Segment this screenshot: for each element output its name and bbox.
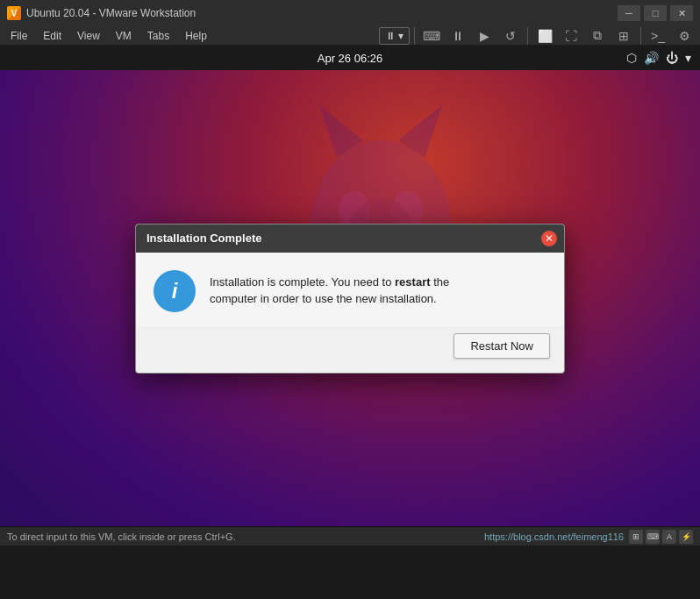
status-bar: To direct input to this VM, click inside… [0, 526, 700, 546]
fit-guest-button[interactable]: ⊞ [611, 25, 636, 47]
dialog-close-icon: ✕ [545, 233, 554, 244]
window-controls: ─ □ ✕ [618, 5, 693, 21]
menu-help[interactable]: Help [178, 28, 214, 44]
network-icon[interactable]: ⬡ [626, 51, 637, 65]
menu-file[interactable]: File [4, 28, 34, 44]
status-link[interactable]: https://blog.csdn.net/feimeng116 [484, 531, 624, 542]
status-icons: ⊞ ⌨ A ⚡ [629, 530, 693, 544]
dialog-close-button[interactable]: ✕ [541, 231, 557, 246]
prefs-button[interactable]: ⚙ [672, 25, 696, 47]
app-icon: V [7, 6, 21, 20]
status-icon-4: ⚡ [679, 530, 693, 544]
restart-now-button[interactable]: Restart Now [454, 333, 550, 359]
toolbar-sep-3 [640, 27, 641, 45]
datetime-display: Apr 26 06:26 [318, 52, 382, 65]
dialog-overlay: Installation Complete ✕ i Installation i… [0, 70, 700, 526]
pause-dropdown-icon: ▾ [398, 30, 404, 42]
dialog-message: Installation is complete. You need to re… [210, 270, 449, 308]
status-icon-3: A [662, 530, 676, 544]
full-screen-button[interactable]: ⛶ [559, 25, 583, 47]
dialog-title: Installation Complete [146, 232, 261, 245]
unity-button[interactable]: ⧉ [585, 25, 610, 47]
send-ctrl-alt-del-button[interactable]: ⌨ [419, 25, 444, 47]
vm-viewport[interactable]: Installation Complete ✕ i Installation i… [0, 70, 700, 526]
dialog-footer: Restart Now [136, 326, 564, 373]
title-bar: V Ubuntu 20.04 - VMware Workstation ─ □ … [0, 0, 700, 26]
info-icon: i [154, 270, 196, 312]
menu-view[interactable]: View [70, 28, 107, 44]
menu-tabs[interactable]: Tabs [140, 28, 176, 44]
installation-complete-dialog: Installation Complete ✕ i Installation i… [135, 224, 565, 374]
toolbar: ⏸ ▾ ⌨ ⏸ ▶ ↺ ⬜ ⛶ ⧉ ⊞ >_ ⚙ [379, 26, 696, 46]
status-icon-2: ⌨ [646, 530, 660, 544]
status-hint: To direct input to this VM, click inside… [7, 531, 484, 542]
minimize-button[interactable]: ─ [618, 5, 640, 21]
reset-button[interactable]: ↺ [498, 25, 523, 47]
dialog-title-bar: Installation Complete ✕ [136, 225, 564, 253]
pause-icon: ⏸ [385, 30, 396, 42]
menu-vm[interactable]: VM [109, 28, 139, 44]
info-letter: i [172, 279, 178, 303]
menu-bar: File Edit View VM Tabs Help ⏸ ▾ ⌨ ⏸ ▶ ↺ … [0, 26, 700, 46]
window-title: Ubuntu 20.04 - VMware Workstation [26, 7, 618, 19]
toolbar-sep-1 [414, 27, 415, 45]
volume-icon[interactable]: 🔊 [644, 51, 659, 65]
topbar-right-icons: ⬡ 🔊 ⏻ ▾ [626, 51, 691, 65]
power-icon[interactable]: ⏻ [666, 51, 678, 65]
toolbar-sep-2 [527, 27, 528, 45]
dialog-body: i Installation is complete. You need to … [136, 253, 564, 326]
close-button[interactable]: ✕ [670, 5, 693, 21]
status-right: https://blog.csdn.net/feimeng116 ⊞ ⌨ A ⚡ [484, 530, 693, 544]
ubuntu-topbar: Apr 26 06:26 ⬡ 🔊 ⏻ ▾ [0, 46, 700, 70]
pause2-button[interactable]: ⏸ [446, 25, 470, 47]
system-menu-icon[interactable]: ▾ [685, 51, 691, 65]
resume-button[interactable]: ▶ [472, 25, 496, 47]
maximize-button[interactable]: □ [644, 5, 667, 21]
pause-button[interactable]: ⏸ ▾ [379, 27, 410, 45]
normal-view-button[interactable]: ⬜ [532, 25, 557, 47]
menu-edit[interactable]: Edit [36, 28, 68, 44]
console-button[interactable]: >_ [646, 25, 670, 47]
status-icon-1: ⊞ [629, 530, 643, 544]
